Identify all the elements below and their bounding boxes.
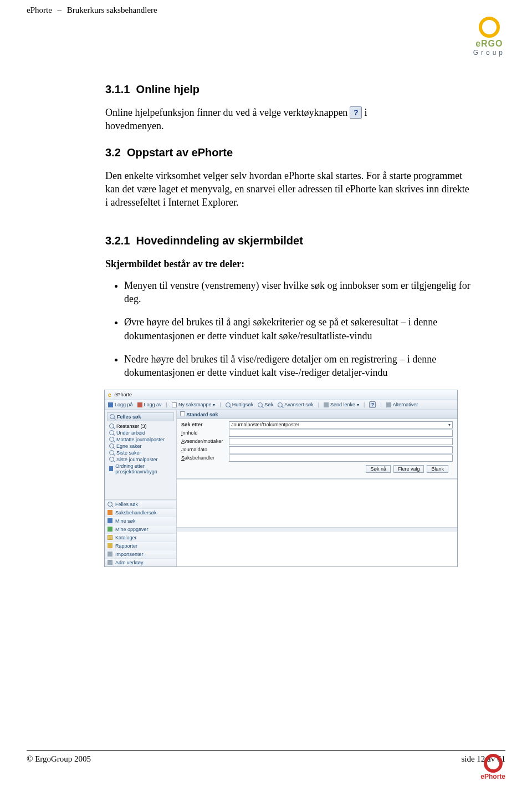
toolbar-sendlink[interactable]: Send lenke▾ [324,402,359,407]
chevron-down-icon: ▾ [213,402,215,407]
lead-321: Skjermbildet består av tre deler: [105,257,471,270]
reports-icon [108,543,112,548]
ephorte-logo: ePhorte [480,754,505,780]
blank-button[interactable]: Blank [427,465,448,473]
header-sep: – [54,6,65,14]
search-icon [109,450,114,455]
tasks-icon [108,527,112,532]
quicksearch-icon [226,402,231,407]
doc-icon [180,411,185,416]
search-icon [109,457,114,462]
logon-icon [108,402,113,407]
ss-title: ePhorte [115,392,132,397]
results-pane [177,479,457,566]
newcase-icon [172,402,177,407]
nav-item[interactable]: Mine oppgaver [105,525,176,533]
toolbar-help[interactable]: ? [369,401,376,408]
document-content: 3.1.1 Online hjelp Online hjelpefunksjon… [105,83,471,567]
pane-divider[interactable] [177,527,457,532]
folder-icon [108,535,112,540]
chevron-down-icon: ▾ [357,402,359,407]
left-header[interactable]: Felles søk [107,412,174,421]
tree-item[interactable]: Siste saker [109,450,174,456]
toolbar-quick[interactable]: Hurtigsøk [226,402,254,407]
ergogroup-text2: Group [473,49,505,57]
sendlink-icon [324,402,329,407]
nav-item[interactable]: Adm verktøy [105,558,176,566]
more-options-button[interactable]: Flere valg [393,465,424,473]
nav-item[interactable]: Rapporter [105,542,176,550]
search-type-select[interactable]: Journalposter/Dokumentposter ▾ [229,421,453,428]
footer-rule [27,750,505,751]
search-icon [258,402,263,407]
tree-item[interactable]: Under arbeid [109,430,174,436]
date-input[interactable] [229,446,453,453]
toolbar-options[interactable]: Alternativer [386,402,418,407]
handler-input[interactable] [229,455,453,462]
tree-item[interactable]: Egne saker [109,443,174,450]
tree-item[interactable]: Siste journalposter [109,456,174,463]
sender-input[interactable] [229,438,453,445]
search-icon [109,443,114,448]
toolbar-logoff[interactable]: Logg av [137,402,162,407]
ergogroup-text1: eRGO [475,39,503,48]
page-footer: © ErgoGroup 2005 side 12 av 61 [27,754,505,764]
nav-item[interactable]: Felles søk [105,500,176,508]
heading-32: 3.2 Oppstart av ePhorte [105,146,471,159]
header-product: ePhorte [27,6,52,14]
toolbar-search[interactable]: Søk [258,402,273,407]
footer-left: © ErgoGroup 2005 [27,754,91,764]
ss-right-panel: Standard søk Søk etter Journalposter/Dok… [177,410,457,566]
bullet-3: Nedre høyre del brukes til å vise/redige… [124,353,471,380]
ss-toolbar: Logg på Logg av | Ny saksmappe▾ | Hurtig… [105,400,457,410]
ss-titlebar: e ePhorte [105,390,457,400]
paragraph-32: Den enkelte virksomhet velger selv hvord… [105,169,471,210]
header-subtitle: Brukerkurs saksbehandlere [67,6,157,14]
search-form: Søk etter Journalposter/Dokumentposter ▾… [177,419,457,479]
search-label: Søk etter [181,422,203,427]
ergogroup-ring-icon [479,17,500,38]
tree-item[interactable]: Mottatte journalposter [109,436,174,443]
field-label: Journaldato [181,447,226,452]
field-label: Avsender/mottaker [181,438,226,444]
chevron-down-icon: ▾ [448,422,451,427]
ephorte-logo-text: ePhorte [480,773,505,780]
content-input[interactable] [229,430,453,437]
search-icon [108,502,112,507]
app-screenshot: e ePhorte Logg på Logg av | Ny saksmappe… [104,390,458,567]
left-tree: Restanser (3) Under arbeid Mottatte jour… [107,421,174,475]
import-icon [108,552,112,557]
search-now-button[interactable]: Søk nå [366,465,391,473]
search-icon [109,437,114,442]
advsearch-icon [278,402,283,407]
field-label: Saksbehandler [181,455,226,461]
ephorte-ring-icon [484,754,503,773]
bullet-1: Menyen til venstre (venstremeny) viser h… [124,279,471,306]
help-icon: ? [369,401,376,408]
right-header: Standard søk [177,410,457,419]
nav-item[interactable]: Saksbehandlersøk [105,508,176,517]
bullet-list-321: Menyen til venstre (venstremeny) viser h… [105,279,471,380]
logoff-icon [137,402,142,407]
nav-item[interactable]: Kataloger [105,533,176,542]
ss-left-panel: Felles søk Restanser (3) Under arbeid Mo… [105,410,177,566]
person-icon [108,510,112,515]
page-header: ePhorte – Brukerkurs saksbehandlere [27,6,157,15]
toolbar-newcase[interactable]: Ny saksmappe▾ [172,402,216,407]
heading-321: 3.2.1 Hovedinndeling av skjermbildet [105,234,471,247]
search-icon [110,414,115,419]
help-icon[interactable]: ? [350,106,362,119]
toolbar-logon[interactable]: Logg på [108,402,133,407]
tree-icon [109,466,113,471]
heading-311: 3.1.1 Online hjelp [105,83,471,96]
search-icon [109,430,114,435]
nav-item[interactable]: Mine søk [105,517,176,525]
toolbar-advsearch[interactable]: Avansert søk [278,402,313,407]
field-label: Innhold [181,430,226,436]
options-icon [386,402,391,407]
tree-item[interactable]: Restanser (3) [109,423,174,430]
search-icon [109,423,114,428]
nav-item[interactable]: Importsenter [105,550,176,558]
search-icon [108,518,112,523]
tree-item[interactable]: Ordning etter prosjekt/navn/bygn [109,463,174,475]
